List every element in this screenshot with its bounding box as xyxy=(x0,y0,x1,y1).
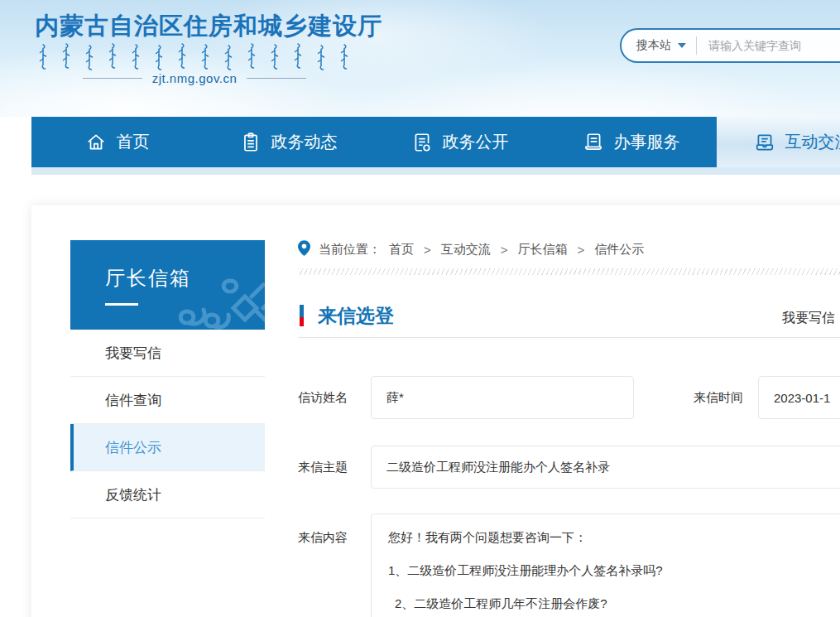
sidebar-item-label: 反馈统计 xyxy=(105,487,161,503)
subject-field[interactable]: 二级造价工程师没注册能办个人签名补录 xyxy=(371,446,840,489)
search-input[interactable] xyxy=(708,39,833,52)
subject-label: 来信主题 xyxy=(298,460,371,475)
site-domain-row: zjt.nmg.gov.cn xyxy=(83,71,306,85)
breadcrumb-link-interaction[interactable]: 互动交流 xyxy=(441,242,491,258)
content-line: 2、二级造价工程师几年不注册会作废? xyxy=(388,587,840,617)
search-scope-dropdown[interactable]: 搜本站 xyxy=(636,38,686,53)
write-letter-link[interactable]: 我要写信 xyxy=(782,310,835,327)
breadcrumb: 当前位置： 首页 > 互动交流 > 厅长信箱 > 信件公示 xyxy=(298,240,644,258)
sidebar-item-public[interactable]: 信件公示 xyxy=(70,424,265,471)
name-field[interactable]: 薛* xyxy=(371,376,634,419)
sidebar-item-label: 信件公示 xyxy=(105,440,161,456)
sidebar-item-label: 信件查询 xyxy=(105,393,161,408)
main-nav: 首页 政务动态 政务公开 xyxy=(31,117,840,167)
nav-item-interaction[interactable]: 互动交流 xyxy=(717,117,840,167)
search-scope-label: 搜本站 xyxy=(636,38,671,53)
rule-right xyxy=(247,78,306,79)
site-search: 搜本站 xyxy=(620,28,840,63)
nav-row: 首页 政务动态 政务公开 xyxy=(31,117,840,167)
breadcrumb-link-home[interactable]: 首页 xyxy=(389,242,414,258)
nav-item-label: 互动交流 xyxy=(785,131,840,153)
chat-icon xyxy=(754,132,775,153)
content-panel: 厅长信箱 我要写信 信件查询 xyxy=(31,205,840,617)
site-title: 内蒙古自治区住房和城乡建设厅 xyxy=(35,10,382,43)
scroll-icon xyxy=(583,132,604,153)
sidebar-title-underline xyxy=(105,303,138,306)
clipboard-icon xyxy=(240,132,262,153)
form-row-subject: 来信主题 二级造价工程师没注册能办个人签名补录 xyxy=(298,446,840,489)
content-line: 您好！我有两个问题想要咨询一下： xyxy=(388,521,840,554)
subject-value: 二级造价工程师没注册能办个人签名补录 xyxy=(386,460,610,475)
content-field[interactable]: 您好！我有两个问题想要咨询一下： 1、二级造价工程师没注册能理办个人签名补录吗?… xyxy=(371,513,840,617)
nav-item-label: 政务公开 xyxy=(443,131,509,153)
section-header: 来信选登 我要写信 xyxy=(298,298,840,338)
nav-strip xyxy=(31,167,840,175)
name-value: 薛* xyxy=(386,390,404,406)
breadcrumb-separator: > xyxy=(424,243,431,257)
breadcrumb-prefix: 当前位置： xyxy=(319,242,381,258)
page-title: 来信选登 xyxy=(318,303,394,329)
sidebar-header: 厅长信箱 xyxy=(70,240,265,330)
nav-item-news[interactable]: 政务动态 xyxy=(203,117,374,167)
search-divider xyxy=(696,36,697,55)
breadcrumb-link-public[interactable]: 信件公示 xyxy=(594,242,644,258)
chevron-down-icon xyxy=(678,43,686,48)
page: 内蒙古自治区住房和城乡建设厅 zjt.nmg.gov.cn xyxy=(0,0,840,617)
site-domain: zjt.nmg.gov.cn xyxy=(152,71,238,85)
nav-item-home[interactable]: 首页 xyxy=(31,117,203,167)
hatched-divider xyxy=(298,268,840,275)
site-header: 内蒙古自治区住房和城乡建设厅 zjt.nmg.gov.cn xyxy=(0,0,840,117)
form-row-content: 来信内容 您好！我有两个问题想要咨询一下： 1、二级造价工程师没注册能理办个人签… xyxy=(298,513,840,617)
content-line: 1、二级造价工程师没注册能理办个人签名补录吗? xyxy=(388,554,840,587)
sidebar: 厅长信箱 我要写信 信件查询 xyxy=(70,240,265,518)
section-title-bar xyxy=(300,305,304,326)
mongolian-script xyxy=(38,41,357,71)
nav-item-label: 首页 xyxy=(117,131,150,153)
sidebar-item-stats[interactable]: 反馈统计 xyxy=(70,471,265,518)
breadcrumb-separator: > xyxy=(501,243,508,257)
name-label: 信访姓名 xyxy=(298,390,371,406)
location-pin-icon xyxy=(298,240,310,258)
content-label: 来信内容 xyxy=(298,513,371,546)
home-icon xyxy=(85,132,107,153)
rule-left xyxy=(83,78,142,79)
breadcrumb-link-mailbox[interactable]: 厅长信箱 xyxy=(518,242,568,258)
nav-item-label: 政务动态 xyxy=(271,131,338,153)
form-row-name: 信访姓名 薛* 来信时间 2023-01-1 xyxy=(298,376,840,419)
document-icon xyxy=(411,132,433,153)
nav-item-disclosure[interactable]: 政务公开 xyxy=(374,117,545,167)
sidebar-menu: 我要写信 信件查询 信件公示 反馈统计 xyxy=(70,330,265,518)
sidebar-item-label: 我要写信 xyxy=(105,345,161,361)
breadcrumb-separator: > xyxy=(578,243,585,257)
time-label: 来信时间 xyxy=(694,390,758,406)
time-value: 2023-01-1 xyxy=(774,391,830,405)
cloud-pattern-icon xyxy=(179,275,265,330)
sidebar-item-write[interactable]: 我要写信 xyxy=(70,330,265,377)
nav-item-label: 办事服务 xyxy=(614,131,680,153)
sidebar-item-query[interactable]: 信件查询 xyxy=(70,377,265,424)
nav-item-services[interactable]: 办事服务 xyxy=(545,117,717,167)
time-field[interactable]: 2023-01-1 xyxy=(758,376,840,419)
